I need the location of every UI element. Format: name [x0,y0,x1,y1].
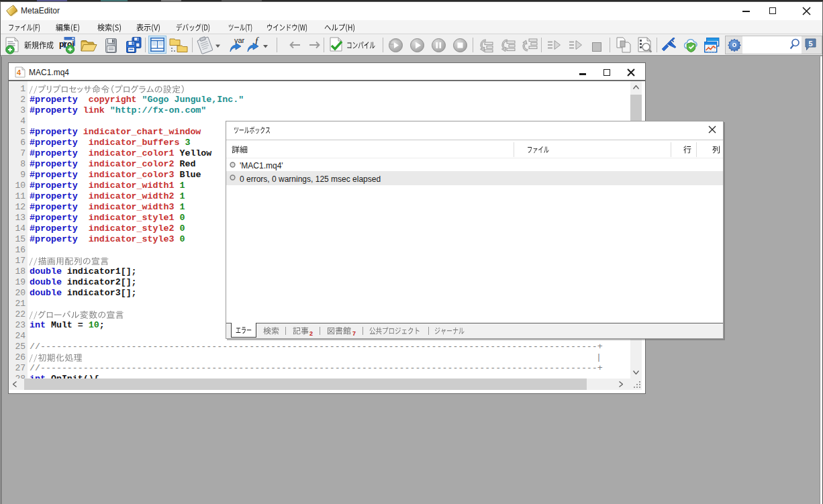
svg-text:5: 5 [809,40,813,48]
svg-text:4: 4 [17,68,21,77]
